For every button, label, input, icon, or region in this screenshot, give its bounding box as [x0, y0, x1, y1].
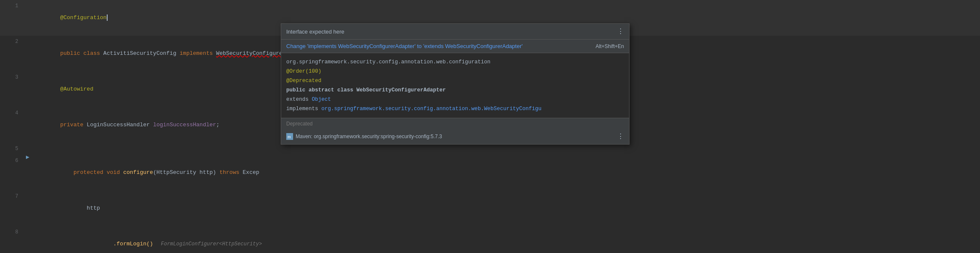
- line-number-4: 4: [0, 107, 23, 119]
- tooltip-title: Interface expected here: [286, 28, 345, 35]
- doc-implements-line: implements org.springframework.security.…: [286, 104, 624, 114]
- doc-implements-kw: implements: [286, 106, 322, 112]
- class-activiti: ActivitiSecurityConfig: [103, 50, 179, 57]
- var-loginhandler: loginSuccessHandler: [153, 122, 216, 128]
- doc-object-text: Object: [312, 97, 331, 102]
- kw-implements: implements: [179, 50, 216, 57]
- tooltip-doc-area: org.springframework.security.config.anno…: [281, 53, 629, 118]
- doc-order-line: @Order(100): [286, 67, 624, 76]
- code-line-7: 7 http: [0, 190, 980, 226]
- maven-text: Maven: org.springframework.security:spri…: [296, 134, 442, 139]
- kw-throws: throws: [219, 169, 243, 176]
- excep-text: Excep: [243, 169, 259, 176]
- doc-package-text: org.springframework.security.config.anno…: [286, 59, 490, 65]
- tooltip-maven-section: m Maven: org.springframework.security:sp…: [281, 130, 629, 144]
- code-line-6: 6 protected void configure(HttpSecurity …: [0, 155, 980, 190]
- doc-extends-line: extends Object: [286, 95, 624, 104]
- tooltip-action-row[interactable]: Change 'implements WebSecurityConfigurer…: [281, 40, 629, 53]
- maven-icon-svg: m: [286, 133, 293, 140]
- semicolon: ;: [216, 122, 219, 128]
- deprecated-label: Deprecated: [286, 121, 313, 127]
- annotation-autowired: @Autowired: [60, 86, 93, 92]
- doc-package-line: org.springframework.security.config.anno…: [286, 57, 624, 67]
- line-content-8: .formLogin() FormLoginConfigurer<HttpSec…: [32, 226, 980, 253]
- tooltip-deprecated-section: Deprecated: [281, 118, 629, 130]
- action-change-implements[interactable]: Change 'implements WebSecurityConfigurer…: [286, 43, 523, 49]
- line-number-8: 8: [0, 226, 23, 238]
- line-number-2: 2: [0, 36, 23, 48]
- editor-area: 1 @Configuration 2 public class Activiti…: [0, 0, 980, 253]
- paren-open: (: [153, 169, 157, 176]
- code-container: 1 @Configuration 2 public class Activiti…: [0, 0, 980, 253]
- svg-text:m: m: [288, 134, 291, 139]
- kw-class: class: [83, 50, 103, 57]
- gutter-6: [23, 155, 32, 160]
- doc-deprecated-text: @Deprecated: [286, 78, 322, 84]
- maven-icon: m: [286, 133, 293, 140]
- line-number-1: 1: [0, 0, 23, 12]
- maven-menu-icon[interactable]: ⋮: [617, 132, 624, 141]
- line-content-6: protected void configure(HttpSecurity ht…: [32, 155, 980, 190]
- param-http: http): [196, 169, 219, 176]
- tooltip-panel: Interface expected here ⋮ Change 'implem…: [281, 23, 630, 145]
- kw-protected: protected: [60, 169, 106, 176]
- doc-extends-kw: extends: [286, 97, 312, 102]
- doc-class-text: public abstract class WebSecurityConfigu…: [286, 87, 446, 93]
- code-line-5: 5: [0, 143, 980, 155]
- kw-public: public: [60, 50, 83, 57]
- svg-marker-0: [26, 156, 29, 159]
- annotation-configuration: @Configuration: [60, 14, 106, 21]
- method-configure: configure: [123, 169, 153, 176]
- tooltip-header: Interface expected here ⋮: [281, 24, 629, 40]
- kw-void: void: [107, 169, 123, 176]
- code-line-8: 8 .formLogin() FormLoginConfigurer<HttpS…: [0, 226, 980, 253]
- doc-deprecated-line: @Deprecated: [286, 76, 624, 85]
- line-number-5: 5: [0, 143, 23, 155]
- line-content-7: http: [32, 190, 980, 226]
- line-number-3: 3: [0, 71, 23, 83]
- doc-order-text: @Order(100): [286, 68, 322, 74]
- line-number-7: 7: [0, 190, 23, 202]
- cursor: [107, 14, 108, 21]
- space: [150, 122, 153, 128]
- hint-formlogin: FormLoginConfigurer<HttpSecurity>: [155, 241, 262, 247]
- type-loginhandler: LoginSuccessHandler: [87, 122, 150, 128]
- tooltip-menu-icon[interactable]: ⋮: [617, 27, 624, 36]
- type-httpsecurity: HttpSecurity: [157, 169, 197, 176]
- kw-private: private: [60, 122, 86, 128]
- gutter-arrow-icon: [25, 155, 30, 160]
- line-content-5: [32, 143, 980, 155]
- http-var: http: [60, 205, 100, 211]
- doc-class-line: public abstract class WebSecurityConfigu…: [286, 85, 624, 95]
- action-shortcut: Alt+Shift+En: [595, 43, 624, 49]
- line-number-6: 6: [0, 155, 23, 167]
- method-formlogin: .formLogin(): [60, 241, 153, 247]
- maven-info: m Maven: org.springframework.security:sp…: [286, 133, 442, 140]
- doc-implements-link: org.springframework.security.config.anno…: [322, 106, 542, 112]
